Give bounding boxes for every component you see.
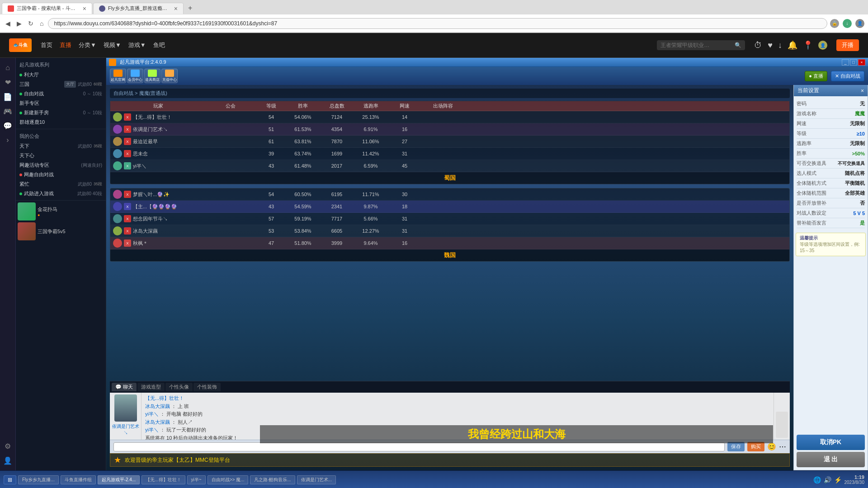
sidebar-follow-icon[interactable]: ❤ — [1, 76, 14, 89]
taskbar-item-2[interactable]: 斗鱼直播件组 — [61, 475, 96, 484]
settings-table: 密码 无 游戏名称 魔魔 网速 无限制 — [794, 96, 868, 231]
game-minimize-btn[interactable]: _ — [842, 59, 849, 66]
toolbar-icon-recharge[interactable]: 充值中心 — [161, 69, 178, 83]
tray-clock: 1:19 — [844, 474, 865, 480]
exit-button[interactable]: 退 出 — [797, 452, 865, 467]
col-net: 网速 — [389, 103, 420, 109]
refresh-button[interactable]: ↻ — [26, 19, 35, 28]
bell-icon[interactable]: 🔔 — [788, 40, 797, 50]
sidebar-item-beginner2[interactable]: 新建新手房 0 ～ 10段 — [16, 108, 106, 117]
sidebar-expand-icon[interactable]: › — [1, 134, 14, 146]
val-password: 无 — [860, 100, 865, 107]
sidebar-item-free[interactable]: 自由对战 0 ～ 10段 — [16, 89, 106, 99]
taskbar-item-5[interactable]: yi半~ — [187, 475, 206, 484]
back-button[interactable]: ◀ — [4, 19, 12, 28]
taskbar-item-6[interactable]: 自由对战>> 魔... — [208, 475, 249, 484]
url-input[interactable] — [48, 18, 827, 29]
sidebar-item-group[interactable]: 群雄逐鹿10 — [16, 117, 106, 127]
chat-input[interactable] — [113, 442, 725, 451]
taskbar-item-4[interactable]: 【无...得】壮壮！ — [142, 475, 185, 484]
label-netspeed: 网速 — [797, 120, 807, 127]
taskbar-item-8[interactable]: 依调是门艺术... — [297, 475, 336, 484]
extension-icon-1[interactable]: 🔒 — [830, 19, 839, 28]
sidebar-item-busy[interactable]: 紧忙 武勋80 35段 — [16, 179, 106, 189]
nav-home[interactable]: 首页 — [41, 41, 52, 49]
wei-p2-net: 18 — [389, 204, 420, 209]
wei-p4-name: 冰岛大深藕 — [133, 228, 158, 235]
download-icon[interactable]: ↓ — [778, 41, 782, 50]
label-randmode: 全体随机方式 — [797, 180, 826, 187]
label-subspeak: 替补能否发言 — [797, 220, 826, 226]
nav-fishbar[interactable]: 鱼吧 — [153, 41, 165, 49]
history-icon[interactable]: ⏱ — [754, 41, 762, 50]
sidebar-game-icon[interactable]: 🎮 — [1, 105, 14, 117]
thumb-2[interactable]: 三国争霸5v5 — [18, 222, 104, 240]
game-close-btn[interactable]: × — [858, 59, 865, 66]
scroll-thumb[interactable] — [776, 412, 788, 438]
douyu-logo[interactable]: 🐟斗鱼 — [9, 38, 32, 52]
tab-1[interactable]: 三国争霸 - 搜索结果 - 斗鱼直播 × — [2, 3, 92, 14]
chat-emoji-icon[interactable]: 😊 — [767, 442, 776, 451]
sidebar-item-enter-room[interactable]: 武勋进入游戏 武勋80 40段 — [16, 189, 106, 198]
chat-tab-game-model[interactable]: 游戏造型 — [137, 383, 165, 391]
chat-tab-avatar[interactable]: 个性头像 — [165, 383, 193, 391]
sidebar-user-icon[interactable]: 👤 — [1, 454, 14, 467]
chat-tab-decor[interactable]: 个性装饰 — [193, 383, 221, 391]
toolbar-btn-free[interactable]: ✕ 自由对战 — [831, 71, 864, 81]
chat-tab-chat[interactable]: 💬 聊天 — [112, 383, 137, 391]
header-search-input[interactable] — [660, 42, 733, 48]
sidebar-chat-icon[interactable]: 💬 — [1, 119, 14, 132]
tray-time[interactable]: 1:19 2023/8/30 — [844, 474, 865, 485]
sidebar-settings-icon[interactable]: ⚙ — [1, 440, 14, 452]
tray-volume-icon[interactable]: 🔊 — [824, 476, 831, 483]
buy-button[interactable]: 购买 — [747, 442, 764, 451]
tab-close-1[interactable]: × — [83, 5, 86, 12]
sidebar-item-sanguo[interactable]: 三国 大厅 武勋80 60段 — [16, 80, 106, 89]
sidebar-home-icon[interactable]: ⌂ — [1, 61, 14, 74]
sidebar-item-beginner[interactable]: 新手专区 — [16, 99, 106, 108]
settings-close-icon[interactable]: × — [861, 88, 864, 94]
sidebar-item-tianxia[interactable]: 天下 武勋80 35段 — [16, 141, 106, 151]
sidebar-history-icon[interactable]: 📄 — [1, 90, 14, 103]
tab-close-2[interactable]: × — [174, 5, 178, 12]
settings-row-sub: 是否开放替补 否 — [797, 198, 865, 208]
game-maximize-btn[interactable]: □ — [850, 59, 857, 66]
chat-more-icon[interactable]: ⋯ — [779, 442, 786, 451]
shu-p2-escape: 6.91% — [353, 127, 389, 132]
label-winrate: 胜率 — [797, 150, 807, 157]
user-avatar-big — [114, 394, 137, 422]
tab-2[interactable]: Fly乡乡九直播_群推送瘾看直播 × — [93, 3, 184, 14]
taskbar-item-3[interactable]: 起凡游戏平-2.4... — [98, 475, 140, 484]
toolbar-icon-qifan[interactable]: 起凡官网 — [110, 69, 126, 83]
location-icon[interactable]: 📍 — [803, 40, 813, 50]
extension-icon-3[interactable]: 👤 — [855, 19, 864, 28]
taskbar-item-1[interactable]: Fly乡乡九直播... — [18, 475, 59, 484]
avatar-icon[interactable]: 👤 — [818, 41, 827, 50]
taskbar-item-7[interactable]: 凡之路·酷狗音乐... — [250, 475, 295, 484]
heart-icon[interactable]: ♥ — [768, 41, 773, 50]
home-button[interactable]: ⌂ — [38, 19, 45, 28]
toolbar-icon-props[interactable]: 道具商店 — [144, 69, 160, 83]
extension-icon-2[interactable]: ↓ — [843, 19, 852, 28]
sidebar-item-fight[interactable]: 利大厅 — [16, 70, 106, 80]
sidebar-item-net-activity[interactable]: 网趣活动专区 (网速良好) — [16, 160, 106, 170]
tray-network-icon[interactable]: 🌐 — [813, 476, 821, 483]
live-button[interactable]: 开播 — [836, 39, 859, 51]
nav-video[interactable]: 视频▼ — [104, 41, 121, 49]
new-tab-button[interactable]: + — [184, 2, 196, 14]
start-button[interactable]: ⊞ — [4, 475, 16, 484]
nav-category[interactable]: 分类▼ — [79, 41, 96, 49]
nav-live[interactable]: 直播 — [60, 41, 71, 49]
cancel-pk-button[interactable]: 取消PK — [797, 435, 865, 450]
toolbar-icon-member[interactable]: 会员中心 — [127, 69, 143, 83]
save-button[interactable]: 保存 — [727, 442, 745, 451]
sidebar-item-net-free[interactable]: 网趣自由对战 — [16, 170, 106, 179]
nav-game[interactable]: 游戏▼ — [128, 41, 146, 49]
label-gamename: 游戏名称 — [797, 110, 816, 117]
thumb-1[interactable]: 金花扑马 ● — [18, 202, 104, 221]
sidebar-item-tianxia-heart[interactable]: 天下心 — [16, 151, 106, 160]
header-search-icon[interactable]: 🔍 — [735, 42, 741, 48]
forward-button[interactable]: ▶ — [15, 19, 24, 28]
toolbar-btn-direct[interactable]: ● 直播 — [805, 71, 827, 81]
tray-battery-icon[interactable]: ⚡ — [834, 476, 842, 483]
